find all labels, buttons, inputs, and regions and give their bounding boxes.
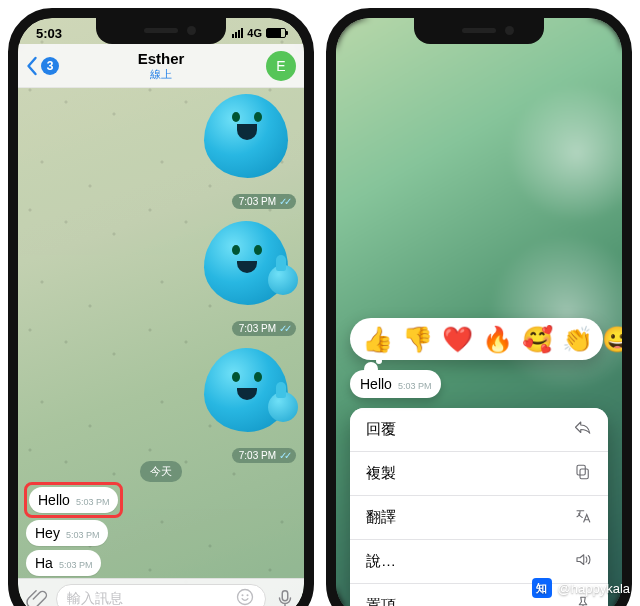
sticker-button[interactable] [235,587,255,607]
message-time: 7:03 PM✓✓ [232,194,296,209]
menu-label: 回覆 [366,420,396,439]
chat-navbar: 3 Esther 線上 E [18,44,304,88]
sticker-message[interactable] [196,215,296,315]
incoming-message-bubble[interactable]: Hey5:03 PM [26,520,108,546]
message-text: Hey [35,525,60,541]
zhihu-icon: 知 [532,578,552,598]
battery-icon [266,28,286,38]
chat-title-wrap[interactable]: Esther 線上 [138,51,185,80]
signal-icon [232,28,243,38]
message-text: Hello [38,492,70,508]
chat-scroll[interactable]: 7:03 PM✓✓ 7:03 PM✓✓ 7:03 PM✓✓ 今天 Hello5:… [18,88,304,578]
sticker-message[interactable] [196,342,296,442]
reaction-option[interactable]: 👏 [562,327,593,352]
menu-label: 置頂 [366,596,396,606]
copy-icon [574,463,592,484]
sticker-message[interactable] [196,88,296,188]
reaction-bar: 👍👎❤️🔥🥰👏😀 [350,318,603,360]
speak-icon [574,551,592,572]
message-time: 5:03 PM [76,497,110,507]
message-time: 7:03 PM✓✓ [232,448,296,463]
network-label: 4G [247,27,262,39]
notch [414,18,544,44]
selected-message-text: Hello [360,376,392,392]
svg-rect-3 [282,590,288,600]
menu-reply[interactable]: 回覆 [350,408,608,452]
attach-button[interactable] [26,588,48,607]
reaction-option[interactable]: 👎 [402,327,433,352]
reaction-option[interactable]: 🥰 [522,327,553,352]
reaction-option[interactable]: ❤️ [442,327,473,352]
context-popover: 👍👎❤️🔥🥰👏😀 Hello 5:03 PM 回覆複製翻譯說…置頂轉傳刪除選擇 [350,318,608,606]
status-time: 5:03 [36,26,62,41]
svg-point-1 [242,594,244,596]
reply-icon [574,419,592,440]
reaction-option[interactable]: 👍 [362,327,393,352]
reaction-option[interactable]: 😀 [602,327,622,352]
back-button[interactable]: 3 [24,44,59,88]
unread-badge: 3 [41,57,59,75]
selected-message-bubble[interactable]: Hello 5:03 PM [350,370,441,398]
read-checks-icon: ✓✓ [279,196,289,207]
message-time: 7:03 PM✓✓ [232,321,296,336]
day-separator: 今天 [140,461,182,482]
phone-left: 5:03 4G 3 Esther 線上 E [8,8,314,606]
sticker-icon [235,587,255,607]
message-field[interactable]: 輸入訊息 [56,584,266,607]
selected-message-time: 5:03 PM [398,381,432,391]
message-time: 5:03 PM [66,530,100,540]
chat-title: Esther [138,51,185,68]
avatar[interactable]: E [266,51,296,81]
svg-point-0 [238,589,253,604]
watermark: 知 @happykala [532,578,630,598]
menu-translate[interactable]: 翻譯 [350,496,608,540]
paperclip-icon [26,588,48,607]
message-time: 5:03 PM [59,560,93,570]
notch [96,18,226,44]
svg-rect-5 [577,465,585,475]
chat-subtitle: 線上 [138,68,185,80]
incoming-message-bubble[interactable]: Hello5:03 PM [29,487,118,513]
menu-label: 翻譯 [366,508,396,527]
menu-copy[interactable]: 複製 [350,452,608,496]
translate-icon [574,507,592,528]
message-text: Ha [35,555,53,571]
svg-rect-4 [580,469,588,479]
menu-label: 說… [366,552,396,571]
message-placeholder: 輸入訊息 [67,590,123,607]
input-bar: 輸入訊息 [18,578,304,606]
phone-right: 👍👎❤️🔥🥰👏😀 Hello 5:03 PM 回覆複製翻譯說…置頂轉傳刪除選擇 [326,8,632,606]
menu-label: 複製 [366,464,396,483]
context-menu: 回覆複製翻譯說…置頂轉傳刪除選擇 [350,408,608,606]
chevron-left-icon [24,56,39,76]
reaction-option[interactable]: 🔥 [482,327,513,352]
mic-button[interactable] [274,588,296,607]
mic-icon [274,588,296,607]
incoming-message-bubble[interactable]: Ha5:03 PM [26,550,101,576]
svg-point-2 [247,594,249,596]
